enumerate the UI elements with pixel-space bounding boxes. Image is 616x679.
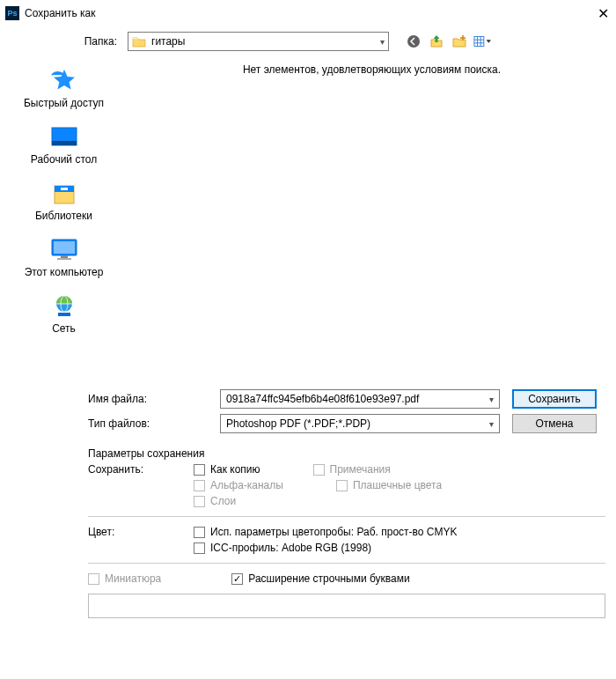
checkbox-box <box>194 480 205 491</box>
checkbox-box <box>194 464 205 476</box>
body: Быстрый доступ Рабочий стол Библиотеки Э… <box>0 56 616 389</box>
place-this-pc[interactable]: Этот компьютер <box>0 232 128 282</box>
save-group-label: Сохранить: <box>88 463 194 507</box>
window-title: Сохранить как <box>25 7 583 19</box>
checkbox-proof[interactable]: Исп. параметры цветопробы: Раб. прост-во… <box>194 526 457 538</box>
cancel-button[interactable]: Отмена <box>512 414 597 433</box>
checkbox-layers: Слои <box>194 495 442 507</box>
place-desktop[interactable]: Рабочий стол <box>0 120 128 169</box>
checkbox-box <box>88 573 99 585</box>
color-group-label: Цвет: <box>88 526 194 554</box>
titlebar: Ps Сохранить как ✕ <box>0 0 616 26</box>
network-icon <box>48 292 80 321</box>
places-sidebar: Быстрый доступ Рабочий стол Библиотеки Э… <box>0 56 128 389</box>
checkbox-icc-profile[interactable]: ICC-профиль: Adobe RGB (1998) <box>194 542 457 554</box>
file-list[interactable]: Нет элементов, удовлетворяющих условиям … <box>128 56 616 389</box>
close-button[interactable]: ✕ <box>583 5 609 22</box>
svg-rect-20 <box>58 313 70 316</box>
divider <box>88 516 605 517</box>
filetype-value: Photoshop PDF (*.PDF;*.PDP) <box>226 417 370 430</box>
svg-rect-14 <box>54 241 75 254</box>
folder-label: Папка: <box>0 35 128 48</box>
svg-rect-3 <box>474 37 484 47</box>
folder-toolbar <box>405 33 491 50</box>
svg-point-0 <box>407 35 420 48</box>
place-label: Сеть <box>52 322 76 335</box>
place-label: Библиотеки <box>35 210 92 222</box>
svg-rect-16 <box>57 258 71 260</box>
checkbox-alpha: Альфа-каналы <box>194 479 283 491</box>
chevron-down-icon: ▾ <box>380 37 385 47</box>
place-libraries[interactable]: Библиотеки <box>0 176 128 225</box>
checkbox-as-copy[interactable]: Как копию <box>194 463 260 476</box>
options-title: Параметры сохранения <box>88 447 605 460</box>
chevron-down-icon: ▾ <box>489 419 494 429</box>
place-label: Рабочий стол <box>31 153 97 166</box>
save-options: Параметры сохранения Сохранить: Как копи… <box>88 447 605 618</box>
divider <box>88 563 605 564</box>
folder-value: гитары <box>151 35 185 48</box>
up-one-level-button[interactable] <box>428 33 445 50</box>
libraries-icon <box>48 180 80 208</box>
bottom-options: Миниатюра ✓ Расширение строчными буквами <box>88 572 605 585</box>
file-fields: Имя файла: 0918a74ffc945efb6b4e08f610e93… <box>0 389 616 433</box>
filetype-select[interactable]: Photoshop PDF (*.PDF;*.PDP) ▾ <box>220 414 500 433</box>
checkbox-box <box>194 496 205 507</box>
this-pc-icon <box>48 236 80 264</box>
filename-label: Имя файла: <box>88 393 220 405</box>
checkbox-box <box>313 464 325 476</box>
svg-rect-15 <box>61 255 68 258</box>
filetype-label: Тип файлов: <box>88 417 220 430</box>
save-button[interactable]: Сохранить <box>512 389 597 409</box>
info-box <box>88 594 605 618</box>
place-label: Быстрый доступ <box>24 97 104 109</box>
filename-input[interactable]: 0918a74ffc945efb6b4e08f610e93e97.pdf ▾ <box>220 389 500 409</box>
desktop-icon <box>48 123 80 151</box>
chevron-down-icon: ▾ <box>489 395 494 404</box>
filename-value: 0918a74ffc945efb6b4e08f610e93e97.pdf <box>226 393 419 405</box>
photoshop-icon: Ps <box>5 6 19 20</box>
empty-message: Нет элементов, удовлетворяющих условиям … <box>243 63 501 76</box>
new-folder-button[interactable] <box>451 33 468 50</box>
filename-row: Имя файла: 0918a74ffc945efb6b4e08f610e93… <box>88 389 605 409</box>
svg-rect-12 <box>61 188 68 190</box>
folder-select[interactable]: гитары ▾ <box>128 32 389 51</box>
checkbox-spot: Плашечные цвета <box>336 479 442 491</box>
checkbox-thumbnail: Миниатюра <box>88 572 161 585</box>
quick-access-icon <box>48 67 80 95</box>
place-quick-access[interactable]: Быстрый доступ <box>0 63 128 113</box>
folder-row: Папка: гитары ▾ <box>0 26 616 56</box>
checkbox-box-checked: ✓ <box>231 573 243 585</box>
color-group: Цвет: Исп. параметры цветопробы: Раб. пр… <box>88 526 605 554</box>
folder-icon <box>132 35 146 48</box>
checkbox-box <box>336 480 348 491</box>
checkbox-box <box>194 527 205 538</box>
place-label: Этот компьютер <box>25 266 104 278</box>
place-network[interactable]: Сеть <box>0 289 128 338</box>
view-menu-button[interactable] <box>473 33 491 50</box>
back-button[interactable] <box>405 33 422 50</box>
checkbox-box <box>194 542 205 554</box>
checkbox-lowercase-ext[interactable]: ✓ Расширение строчными буквами <box>231 572 409 585</box>
save-group: Сохранить: Как копию Примечания Альфа-ка… <box>88 463 605 507</box>
checkbox-notes: Примечания <box>313 463 391 476</box>
svg-rect-9 <box>52 141 77 145</box>
filetype-row: Тип файлов: Photoshop PDF (*.PDF;*.PDP) … <box>88 414 605 433</box>
